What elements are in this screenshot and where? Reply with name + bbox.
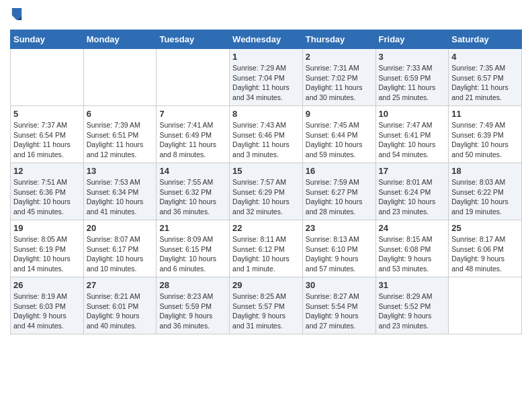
header [10, 7, 522, 24]
weekday-header: Thursday [302, 30, 375, 49]
calendar-week-row: 1Sunrise: 7:29 AM Sunset: 7:04 PM Daylig… [11, 49, 522, 106]
day-number: 10 [379, 109, 446, 119]
day-number: 12 [13, 166, 81, 176]
cell-text: Sunrise: 8:03 AM Sunset: 6:22 PM Dayligh… [451, 177, 519, 217]
day-number: 28 [159, 280, 226, 290]
calendar-cell: 11Sunrise: 7:49 AM Sunset: 6:39 PM Dayli… [449, 106, 522, 163]
calendar-cell: 18Sunrise: 8:03 AM Sunset: 6:22 PM Dayli… [449, 163, 522, 220]
logo-icon [11, 7, 23, 21]
calendar-cell: 28Sunrise: 8:23 AM Sunset: 5:59 PM Dayli… [157, 277, 230, 334]
calendar-cell: 26Sunrise: 8:19 AM Sunset: 6:03 PM Dayli… [11, 277, 84, 334]
calendar-cell: 1Sunrise: 7:29 AM Sunset: 7:04 PM Daylig… [230, 49, 303, 106]
calendar-cell [11, 49, 84, 106]
cell-text: Sunrise: 7:53 AM Sunset: 6:34 PM Dayligh… [87, 177, 154, 217]
day-number: 13 [87, 166, 154, 176]
calendar-week-row: 12Sunrise: 7:51 AM Sunset: 6:36 PM Dayli… [11, 163, 522, 220]
day-number: 8 [232, 109, 300, 119]
calendar-table: SundayMondayTuesdayWednesdayThursdayFrid… [10, 30, 522, 334]
calendar-week-row: 19Sunrise: 8:05 AM Sunset: 6:19 PM Dayli… [11, 220, 522, 277]
day-number: 16 [306, 166, 373, 176]
day-number: 15 [232, 166, 300, 176]
weekday-header-row: SundayMondayTuesdayWednesdayThursdayFrid… [11, 30, 522, 49]
day-number: 18 [451, 166, 519, 176]
calendar-cell: 21Sunrise: 8:09 AM Sunset: 6:15 PM Dayli… [157, 220, 230, 277]
weekday-header: Friday [375, 30, 449, 49]
cell-text: Sunrise: 7:51 AM Sunset: 6:36 PM Dayligh… [13, 177, 81, 217]
day-number: 11 [451, 109, 519, 119]
cell-text: Sunrise: 7:55 AM Sunset: 6:32 PM Dayligh… [159, 177, 226, 217]
cell-text: Sunrise: 8:13 AM Sunset: 6:10 PM Dayligh… [306, 234, 373, 274]
cell-text: Sunrise: 7:33 AM Sunset: 6:59 PM Dayligh… [379, 63, 446, 103]
cell-text: Sunrise: 7:43 AM Sunset: 6:46 PM Dayligh… [232, 120, 300, 160]
day-number: 4 [451, 52, 519, 62]
weekday-header: Wednesday [230, 30, 303, 49]
cell-text: Sunrise: 7:31 AM Sunset: 7:02 PM Dayligh… [306, 63, 373, 103]
calendar-cell: 12Sunrise: 7:51 AM Sunset: 6:36 PM Dayli… [11, 163, 84, 220]
cell-text: Sunrise: 8:19 AM Sunset: 6:03 PM Dayligh… [13, 291, 81, 331]
day-number: 27 [87, 280, 154, 290]
cell-text: Sunrise: 7:47 AM Sunset: 6:41 PM Dayligh… [379, 120, 446, 160]
cell-text: Sunrise: 8:15 AM Sunset: 6:08 PM Dayligh… [379, 234, 446, 274]
calendar-cell: 25Sunrise: 8:17 AM Sunset: 6:06 PM Dayli… [449, 220, 522, 277]
weekday-header: Tuesday [157, 30, 230, 49]
cell-text: Sunrise: 8:21 AM Sunset: 6:01 PM Dayligh… [87, 291, 154, 331]
cell-text: Sunrise: 7:41 AM Sunset: 6:49 PM Dayligh… [159, 120, 226, 160]
calendar-week-row: 5Sunrise: 7:37 AM Sunset: 6:54 PM Daylig… [11, 106, 522, 163]
cell-text: Sunrise: 7:57 AM Sunset: 6:29 PM Dayligh… [232, 177, 300, 217]
weekday-header: Sunday [11, 30, 84, 49]
day-number: 2 [306, 52, 373, 62]
day-number: 7 [159, 109, 226, 119]
calendar-cell: 16Sunrise: 7:59 AM Sunset: 6:27 PM Dayli… [302, 163, 375, 220]
cell-text: Sunrise: 7:37 AM Sunset: 6:54 PM Dayligh… [13, 120, 81, 160]
day-number: 3 [379, 52, 446, 62]
calendar-cell: 24Sunrise: 8:15 AM Sunset: 6:08 PM Dayli… [375, 220, 449, 277]
cell-text: Sunrise: 7:39 AM Sunset: 6:51 PM Dayligh… [87, 120, 154, 160]
cell-text: Sunrise: 7:49 AM Sunset: 6:39 PM Dayligh… [451, 120, 519, 160]
calendar-cell [83, 49, 157, 106]
cell-text: Sunrise: 8:23 AM Sunset: 5:59 PM Dayligh… [159, 291, 226, 331]
day-number: 22 [232, 223, 300, 233]
calendar-week-row: 26Sunrise: 8:19 AM Sunset: 6:03 PM Dayli… [11, 277, 522, 334]
weekday-header: Saturday [449, 30, 522, 49]
logo [10, 7, 24, 24]
calendar-cell: 7Sunrise: 7:41 AM Sunset: 6:49 PM Daylig… [157, 106, 230, 163]
day-number: 21 [159, 223, 226, 233]
calendar-cell: 27Sunrise: 8:21 AM Sunset: 6:01 PM Dayli… [83, 277, 157, 334]
day-number: 20 [87, 223, 154, 233]
day-number: 6 [87, 109, 154, 119]
calendar-cell: 30Sunrise: 8:27 AM Sunset: 5:54 PM Dayli… [302, 277, 375, 334]
day-number: 1 [232, 52, 300, 62]
calendar-cell: 29Sunrise: 8:25 AM Sunset: 5:57 PM Dayli… [230, 277, 303, 334]
calendar-cell: 13Sunrise: 7:53 AM Sunset: 6:34 PM Dayli… [83, 163, 157, 220]
calendar-cell: 6Sunrise: 7:39 AM Sunset: 6:51 PM Daylig… [83, 106, 157, 163]
cell-text: Sunrise: 7:35 AM Sunset: 6:57 PM Dayligh… [451, 63, 519, 103]
day-number: 5 [13, 109, 81, 119]
calendar-cell: 19Sunrise: 8:05 AM Sunset: 6:19 PM Dayli… [11, 220, 84, 277]
cell-text: Sunrise: 8:25 AM Sunset: 5:57 PM Dayligh… [232, 291, 300, 331]
calendar-cell: 5Sunrise: 7:37 AM Sunset: 6:54 PM Daylig… [11, 106, 84, 163]
cell-text: Sunrise: 8:05 AM Sunset: 6:19 PM Dayligh… [13, 234, 81, 274]
cell-text: Sunrise: 7:59 AM Sunset: 6:27 PM Dayligh… [306, 177, 373, 217]
day-number: 19 [13, 223, 81, 233]
calendar-cell: 9Sunrise: 7:45 AM Sunset: 6:44 PM Daylig… [302, 106, 375, 163]
calendar-cell: 10Sunrise: 7:47 AM Sunset: 6:41 PM Dayli… [375, 106, 449, 163]
day-number: 14 [159, 166, 226, 176]
calendar-cell: 2Sunrise: 7:31 AM Sunset: 7:02 PM Daylig… [302, 49, 375, 106]
page-container: SundayMondayTuesdayWednesdayThursdayFrid… [0, 0, 532, 341]
day-number: 31 [379, 280, 446, 290]
calendar-cell: 17Sunrise: 8:01 AM Sunset: 6:24 PM Dayli… [375, 163, 449, 220]
cell-text: Sunrise: 8:17 AM Sunset: 6:06 PM Dayligh… [451, 234, 519, 274]
calendar-cell: 4Sunrise: 7:35 AM Sunset: 6:57 PM Daylig… [449, 49, 522, 106]
cell-text: Sunrise: 8:27 AM Sunset: 5:54 PM Dayligh… [306, 291, 373, 331]
cell-text: Sunrise: 8:07 AM Sunset: 6:17 PM Dayligh… [87, 234, 154, 274]
calendar-cell: 8Sunrise: 7:43 AM Sunset: 6:46 PM Daylig… [230, 106, 303, 163]
calendar-cell: 20Sunrise: 8:07 AM Sunset: 6:17 PM Dayli… [83, 220, 157, 277]
day-number: 9 [306, 109, 373, 119]
day-number: 17 [379, 166, 446, 176]
calendar-cell: 3Sunrise: 7:33 AM Sunset: 6:59 PM Daylig… [375, 49, 449, 106]
cell-text: Sunrise: 8:01 AM Sunset: 6:24 PM Dayligh… [379, 177, 446, 217]
cell-text: Sunrise: 8:11 AM Sunset: 6:12 PM Dayligh… [232, 234, 300, 274]
calendar-cell [449, 277, 522, 334]
cell-text: Sunrise: 7:29 AM Sunset: 7:04 PM Dayligh… [232, 63, 300, 103]
day-number: 26 [13, 280, 81, 290]
